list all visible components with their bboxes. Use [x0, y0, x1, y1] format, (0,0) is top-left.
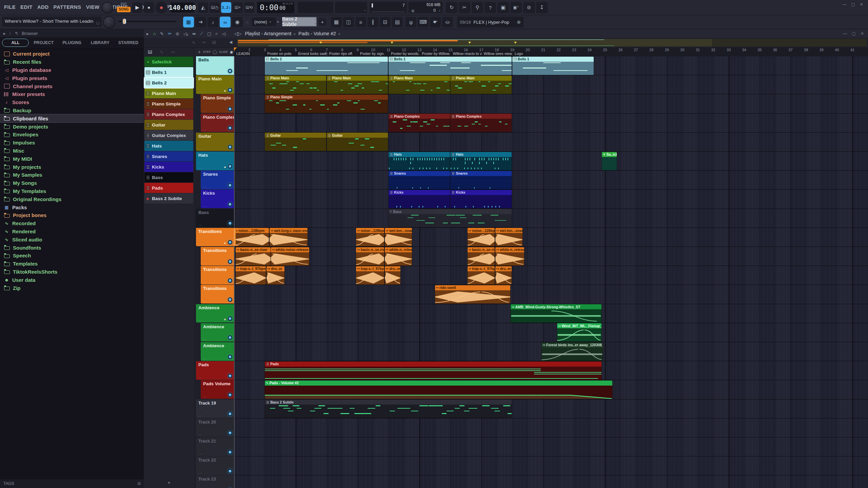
multilink-knob-icon[interactable]: ◉ — [232, 17, 243, 27]
browser-item-envelopes[interactable]: Envelopes — [0, 131, 144, 139]
playlist-grid[interactable]: Bells 2Bells 1Bells 1Piano MainPiano Mai… — [234, 56, 868, 488]
track-options-dots[interactable]: ... — [203, 260, 207, 265]
tab-project[interactable]: PROJECT — [30, 39, 57, 47]
timeline-marker[interactable]: Poster rips off. — [327, 51, 355, 56]
browser-item-tiktokreelsshorts[interactable]: TiktokReelsShorts — [0, 268, 144, 276]
track-header-2-piano-main[interactable]: Piano Main...▲ — [196, 75, 234, 94]
pattern-mode-icon[interactable]: ▦ — [183, 17, 194, 27]
clip-piano-complex[interactable]: Piano Complex — [389, 114, 450, 132]
ov-collapse-icon[interactable]: ◀ — [229, 40, 232, 44]
play-button[interactable]: ▶ — [132, 2, 142, 13]
track-mute-led[interactable] — [228, 393, 232, 397]
track-options-dots[interactable]: ... — [203, 279, 207, 284]
picker-automation-tab-icon[interactable]: ∾ — [171, 49, 175, 55]
clip-piano-simple[interactable]: Piano Simple — [265, 95, 388, 113]
clip-hats[interactable]: Hats — [389, 152, 450, 170]
playlist-window-controls[interactable]: — ▢ ✕ — [843, 31, 864, 36]
browser-item-my-templates[interactable]: My Templates — [0, 187, 144, 195]
clip-basic-n-se-riser[interactable]: ↦basic-n..se-riser — [356, 247, 384, 266]
app-window-controls[interactable]: — ▢ ✕ — [843, 2, 863, 7]
track-collapse-icon[interactable]: ▲ — [223, 89, 226, 92]
browser-item-my-songs[interactable]: My Songs — [0, 179, 144, 187]
pattern-bass[interactable]: Bass — [144, 172, 193, 182]
clip-white-noise-release[interactable]: ↦white-noise-release — [271, 247, 309, 266]
track-mute-led[interactable] — [228, 297, 232, 302]
piano-roll-icon[interactable]: ◫ — [343, 17, 354, 27]
app-close-icon[interactable]: ✕ — [860, 2, 863, 7]
touch-mode-icon[interactable]: ☛ — [430, 17, 441, 27]
slip-tool-icon[interactable]: ⇹ — [192, 31, 196, 36]
browser-item-clipboard-files[interactable]: Clipboard files — [0, 114, 144, 122]
clip-bells-1[interactable]: Bells 1 — [512, 57, 594, 75]
clip-white-n-release[interactable]: ↦white-n..release — [385, 247, 412, 266]
countdown-button[interactable]: 3.2: — [221, 2, 231, 13]
clip-amb-wind-gusty-strong-whistles-st[interactable]: ↦AMB_Wind-Gusty-Strong-Whistles_ST — [511, 304, 601, 323]
mixer-icon[interactable]: ∥ — [368, 17, 378, 27]
project-picker-icon[interactable]: ▤ — [392, 17, 403, 27]
track-options-dots[interactable]: ... — [198, 146, 202, 150]
playlist-overview-scrollbar[interactable] — [237, 39, 867, 46]
track-collapse-icon[interactable]: ▲ — [223, 317, 226, 321]
timeline-marker[interactable]: Willow reacts to vi — [451, 51, 484, 56]
mute-tool-icon[interactable]: ◁ₓ — [183, 31, 188, 36]
pattern-stepper-icon[interactable]: ⌃⌄ — [314, 19, 317, 25]
clip-trap-s-t-97bpm[interactable]: ↦trap-s..t_97bpm — [356, 266, 384, 285]
plugin-picker-icon[interactable]: ψ — [406, 17, 416, 27]
slide-toggle-label[interactable]: SLIDE — [219, 50, 228, 54]
clip-piano-main[interactable]: Piano Main — [265, 76, 326, 94]
browser-item-recent-files[interactable]: Recent files — [0, 58, 144, 66]
playlist-nav-icon[interactable]: ◁▷ — [234, 31, 242, 36]
track-mute-led[interactable] — [228, 240, 232, 245]
playlist-magnet-icon[interactable]: ∩ — [153, 31, 156, 36]
ov-audio-icon[interactable]: ∿ — [192, 40, 195, 45]
track-mute-led[interactable] — [228, 221, 232, 226]
clip-piano-complex[interactable]: Piano Complex — [450, 114, 512, 132]
snap-selector[interactable]: (none) ▸ — [252, 17, 276, 26]
browser-item-plugin-database[interactable]: ◁Plugin database — [0, 66, 144, 74]
clip-pads-volume-2[interactable]: ∿Pads - Volume #2 — [265, 380, 612, 399]
track-header-10-transitions[interactable]: Transitions...▲ — [196, 228, 234, 247]
track-mute-led[interactable] — [228, 202, 232, 207]
track-options-dots[interactable]: ... — [198, 241, 202, 245]
clip-pads[interactable]: Pads — [265, 362, 601, 380]
menu-add[interactable]: ADD — [37, 4, 49, 10]
song-label[interactable]: SONG — [117, 7, 131, 12]
clip-bells-1[interactable]: Bells 1 — [389, 57, 512, 75]
mic-icon[interactable]: ⚲ — [472, 2, 483, 13]
record-button[interactable]: ● — [155, 1, 167, 14]
track-mute-led[interactable] — [228, 145, 232, 149]
pattern-bells-1[interactable]: Bells 1 — [144, 67, 193, 77]
pattern-guitar[interactable]: Guitar — [144, 120, 193, 130]
ov-piano-icon[interactable]: Ш — [212, 40, 216, 45]
track-options-dots[interactable]: ... — [203, 298, 207, 302]
save-new-version-icon[interactable]: ▣⁺ — [510, 2, 522, 13]
tempo-display[interactable]: 140.000 — [170, 2, 195, 13]
track-options-dots[interactable]: ... — [203, 356, 207, 360]
loop-record-icon[interactable]: Ш+ — [233, 2, 243, 13]
clip-wet-long-r-ease-snare[interactable]: ↦wet-long-r..ease-snare — [270, 228, 308, 246]
browser-item-packs[interactable]: ▦Packs — [0, 203, 144, 211]
timeline-marker[interactable]: Logo — [513, 51, 525, 56]
clip-piano-main[interactable]: Piano Main — [389, 76, 450, 94]
pattern-prev-icon[interactable]: ▸ — [277, 20, 279, 23]
pattern-bells-2[interactable]: Bells 2 — [144, 78, 193, 88]
playhead-flag[interactable] — [234, 47, 237, 51]
clip-white-n-release[interactable]: ↦white-n..release — [495, 247, 524, 266]
paint-tool-icon[interactable]: ✑ — [168, 31, 172, 36]
link-icon[interactable]: ∞ — [220, 17, 231, 27]
track-options-dots[interactable]: ... — [198, 89, 202, 93]
clip-trap-s-t-97bpm[interactable]: ↦trap-s..t_97bpm — [236, 266, 266, 285]
track-options-dots[interactable]: ... — [198, 375, 202, 379]
pattern-bass-2-subtle[interactable]: ▶Bass 2 Subtle — [144, 193, 193, 203]
track-mute-led[interactable] — [228, 69, 232, 73]
track-options-dots[interactable]: ... — [203, 203, 207, 207]
track-header-21-track-21[interactable]: Track 21... — [196, 437, 234, 456]
browser-item-channel-presets[interactable]: Channel presets — [0, 82, 144, 90]
step-toggle-label[interactable]: STEP — [203, 50, 211, 54]
preview-tool-icon[interactable]: ◁· — [222, 31, 227, 36]
timeline-marker[interactable]: LEADIN — [234, 51, 252, 56]
clip-piano-main[interactable]: Piano Main — [450, 76, 512, 94]
playlist-minimize-icon[interactable]: — — [843, 31, 847, 36]
tab-plugins[interactable]: PLUGINS — [58, 39, 85, 47]
browser-back-icon[interactable]: ↰ — [15, 31, 18, 36]
